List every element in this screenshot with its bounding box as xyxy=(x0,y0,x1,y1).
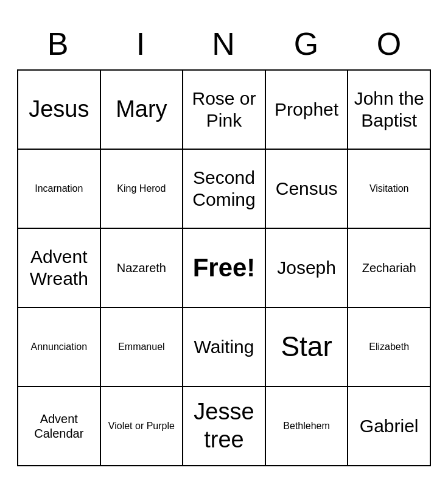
bingo-card: BINGO JesusMaryRose or PinkProphetJohn t… xyxy=(11,15,437,472)
bingo-cell-4-2: Jesse tree xyxy=(183,387,266,466)
bingo-cell-1-1: King Herod xyxy=(101,150,184,229)
cell-text-2-0: Advent Wreath xyxy=(23,246,95,290)
cell-text-1-2: Second Coming xyxy=(188,167,260,211)
bingo-cell-0-3: Prophet xyxy=(266,71,349,150)
bingo-cell-2-1: Nazareth xyxy=(101,229,184,308)
cell-text-1-1: King Herod xyxy=(117,183,166,194)
cell-text-4-0: Advent Calendar xyxy=(23,412,95,441)
cell-text-4-4: Gabriel xyxy=(360,415,419,437)
header-letter-O: O xyxy=(348,21,431,67)
cell-text-4-2: Jesse tree xyxy=(188,398,260,454)
bingo-cell-3-1: Emmanuel xyxy=(101,308,184,387)
cell-text-0-4: John the Baptist xyxy=(353,88,425,131)
bingo-cell-1-4: Visitation xyxy=(348,150,431,229)
bingo-cell-0-0: Jesus xyxy=(18,71,101,150)
bingo-cell-3-4: Elizabeth xyxy=(348,308,431,387)
bingo-cell-4-4: Gabriel xyxy=(348,387,431,466)
bingo-cell-2-4: Zechariah xyxy=(348,229,431,308)
cell-text-1-4: Visitation xyxy=(369,183,409,194)
cell-text-3-0: Annunciation xyxy=(31,341,88,352)
cell-text-0-2: Rose or Pink xyxy=(188,88,260,131)
cell-text-2-3: Joseph xyxy=(277,257,336,279)
cell-text-3-4: Elizabeth xyxy=(369,341,409,352)
bingo-cell-1-0: Incarnation xyxy=(18,150,101,229)
cell-text-2-1: Nazareth xyxy=(117,261,166,275)
bingo-cell-4-3: Bethlehem xyxy=(266,387,349,466)
header-letter-B: B xyxy=(17,21,100,67)
bingo-cell-0-4: John the Baptist xyxy=(348,71,431,150)
cell-text-4-1: Violet or Purple xyxy=(108,420,175,432)
bingo-cell-2-2: Free! xyxy=(183,229,266,308)
bingo-cell-1-3: Census xyxy=(266,150,349,229)
cell-text-0-0: Jesus xyxy=(29,96,89,124)
bingo-grid: JesusMaryRose or PinkProphetJohn the Bap… xyxy=(17,69,431,466)
header-letter-N: N xyxy=(183,21,265,67)
cell-text-0-3: Prophet xyxy=(275,99,338,121)
bingo-cell-1-2: Second Coming xyxy=(183,150,266,229)
cell-text-3-3: Star xyxy=(281,330,332,363)
cell-text-3-1: Emmanuel xyxy=(118,341,164,352)
cell-text-1-3: Census xyxy=(276,178,338,200)
bingo-cell-0-1: Mary xyxy=(101,71,184,150)
cell-text-1-0: Incarnation xyxy=(35,183,83,194)
bingo-cell-3-0: Annunciation xyxy=(18,308,101,387)
bingo-cell-0-2: Rose or Pink xyxy=(183,71,266,150)
bingo-cell-3-3: Star xyxy=(266,308,349,387)
cell-text-2-4: Zechariah xyxy=(362,261,416,275)
bingo-cell-4-0: Advent Calendar xyxy=(18,387,101,466)
cell-text-0-1: Mary xyxy=(116,96,167,124)
cell-text-4-3: Bethlehem xyxy=(283,420,330,432)
cell-text-3-2: Waiting xyxy=(194,336,254,358)
bingo-cell-2-0: Advent Wreath xyxy=(18,229,101,308)
header-letter-G: G xyxy=(265,21,348,67)
header-letter-I: I xyxy=(100,21,183,67)
cell-text-2-2: Free! xyxy=(193,253,256,283)
bingo-header: BINGO xyxy=(17,21,431,67)
bingo-cell-4-1: Violet or Purple xyxy=(101,387,184,466)
bingo-cell-2-3: Joseph xyxy=(266,229,349,308)
bingo-cell-3-2: Waiting xyxy=(183,308,266,387)
